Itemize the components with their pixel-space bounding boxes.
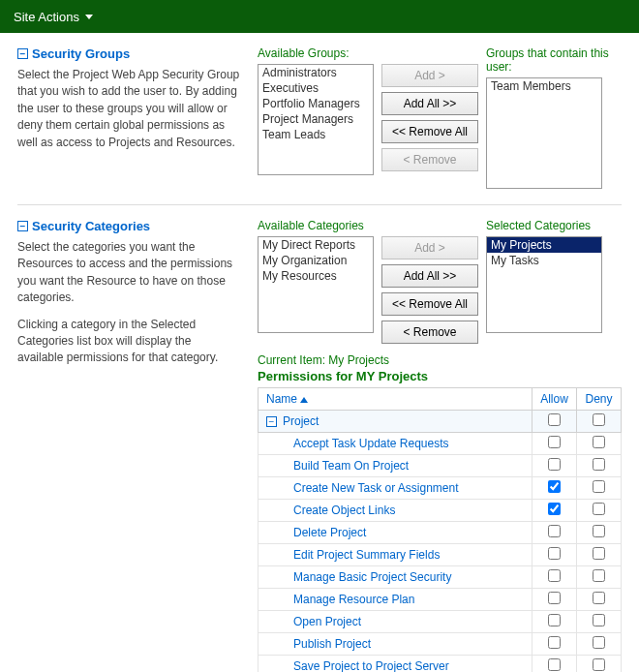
available-categories-listbox[interactable]: My Direct ReportsMy OrganizationMy Resou… [258,236,374,333]
deny-checkbox[interactable] [593,525,605,537]
allow-checkbox[interactable] [548,480,561,493]
available-categories-label: Available Categories [258,219,374,232]
section-description: Select the categories you want the Resou… [17,239,240,367]
permission-name: Manage Basic Project Security [259,566,532,589]
deny-checkbox[interactable] [593,436,605,448]
permission-name: Manage Resource Plan [259,589,532,611]
permission-name: Build Team On Project [259,455,532,477]
allow-checkbox[interactable] [548,569,561,582]
minus-icon: − [17,48,28,59]
permissions-row: Edit Project Summary Fields [259,544,622,566]
section-title-text: Security Categories [32,219,150,233]
allow-checkbox[interactable] [548,636,561,649]
section-description: Select the Project Web App Security Grou… [17,67,240,151]
add-button[interactable]: Add > [381,64,478,87]
section-left: − Security Categories Select the categor… [17,219,240,672]
site-actions-menu[interactable]: Site Actions [14,10,93,24]
deny-checkbox[interactable] [593,592,605,604]
available-groups-label: Available Groups: [258,46,374,60]
list-item[interactable]: Team Leads [259,127,373,142]
allow-checkbox[interactable] [548,503,561,515]
chevron-down-icon [85,15,93,19]
section-left: − Security Groups Select the Project Web… [17,46,240,189]
permissions-row: Manage Basic Project Security [259,566,622,589]
permission-name: Open Project [259,611,532,633]
remove-button[interactable]: < Remove [381,321,478,344]
permission-name: Edit Project Summary Fields [259,544,532,566]
permission-name: Save Project to Project Server [259,656,532,673]
allow-checkbox-group[interactable] [548,413,561,426]
list-item[interactable]: My Tasks [487,253,601,268]
permissions-row: Delete Project [259,522,622,544]
deny-checkbox[interactable] [593,480,605,493]
deny-checkbox[interactable] [593,503,605,515]
permission-name: Create New Task or Assignment [259,477,532,500]
selected-categories-listbox[interactable]: My ProjectsMy Tasks [486,236,602,333]
permissions-row: Create New Task or Assignment [259,477,622,500]
permission-name: Delete Project [259,522,532,544]
col-name[interactable]: Name [259,388,532,411]
permissions-row: Create Object Links [259,500,622,522]
deny-checkbox[interactable] [593,658,605,671]
section-security-categories: − Security Categories Select the categor… [17,204,622,672]
contain-groups-label: Groups that contain this user: [486,46,622,74]
permissions-row: Manage Resource Plan [259,589,622,611]
permissions-row: Build Team On Project [259,455,622,477]
minus-icon: − [266,416,277,427]
list-item[interactable]: My Resources [259,268,373,284]
permissions-group-row[interactable]: −Project [259,411,622,433]
allow-checkbox[interactable] [548,436,561,448]
section-title-text: Security Groups [32,46,130,61]
list-item[interactable]: Project Managers [259,111,373,127]
sort-asc-icon [300,397,308,403]
permission-name: Publish Project [259,633,532,656]
list-item[interactable]: Portfolio Managers [259,96,373,111]
add-button[interactable]: Add > [381,236,478,260]
permissions-row: Open Project [259,611,622,633]
group-name: Project [283,414,319,428]
remove-button[interactable]: < Remove [381,148,478,171]
list-item[interactable]: Team Members [487,78,601,94]
allow-checkbox[interactable] [548,658,561,671]
site-actions-label: Site Actions [14,10,79,24]
deny-checkbox[interactable] [593,458,605,471]
permissions-row: Accept Task Update Requests [259,433,622,455]
deny-checkbox[interactable] [593,547,605,560]
col-deny[interactable]: Deny [577,388,622,411]
section-right: Available Categories My Direct ReportsMy… [258,219,622,672]
col-allow[interactable]: Allow [532,388,577,411]
deny-checkbox[interactable] [593,614,605,626]
section-security-groups: − Security Groups Select the Project Web… [17,46,622,204]
permissions-title: Permissions for MY Projects [258,369,622,383]
allow-checkbox[interactable] [548,592,561,604]
ribbon-bar: Site Actions [0,0,639,33]
list-item[interactable]: Executives [259,80,373,96]
contain-groups-listbox[interactable]: Team Members [486,77,602,189]
allow-checkbox[interactable] [548,458,561,471]
remove-all-button[interactable]: << Remove All [381,292,478,316]
list-item[interactable]: My Projects [487,237,601,253]
add-all-button[interactable]: Add All >> [381,92,478,115]
section-title[interactable]: − Security Groups [17,46,240,61]
permission-name: Accept Task Update Requests [259,433,532,455]
allow-checkbox[interactable] [548,525,561,537]
available-groups-listbox[interactable]: AdministratorsExecutivesPortfolio Manage… [258,64,374,175]
current-item-label: Current Item: My Projects [258,353,622,367]
permissions-table: Name Allow Deny −ProjectAccept Task Upda… [258,387,622,672]
list-item[interactable]: My Organization [259,253,373,268]
remove-all-button[interactable]: << Remove All [381,120,478,143]
deny-checkbox[interactable] [593,636,605,649]
allow-checkbox[interactable] [548,614,561,626]
deny-checkbox[interactable] [593,569,605,582]
selected-categories-label: Selected Categories [486,219,602,232]
permissions-row: Publish Project [259,633,622,656]
section-title[interactable]: − Security Categories [17,219,240,233]
allow-checkbox[interactable] [548,547,561,560]
add-all-button[interactable]: Add All >> [381,264,478,288]
permissions-row: Save Project to Project Server [259,656,622,673]
list-item[interactable]: Administrators [259,65,373,80]
list-item[interactable]: My Direct Reports [259,237,373,253]
deny-checkbox-group[interactable] [593,413,605,426]
minus-icon: − [17,221,28,231]
page-content: − Security Groups Select the Project Web… [0,33,639,672]
